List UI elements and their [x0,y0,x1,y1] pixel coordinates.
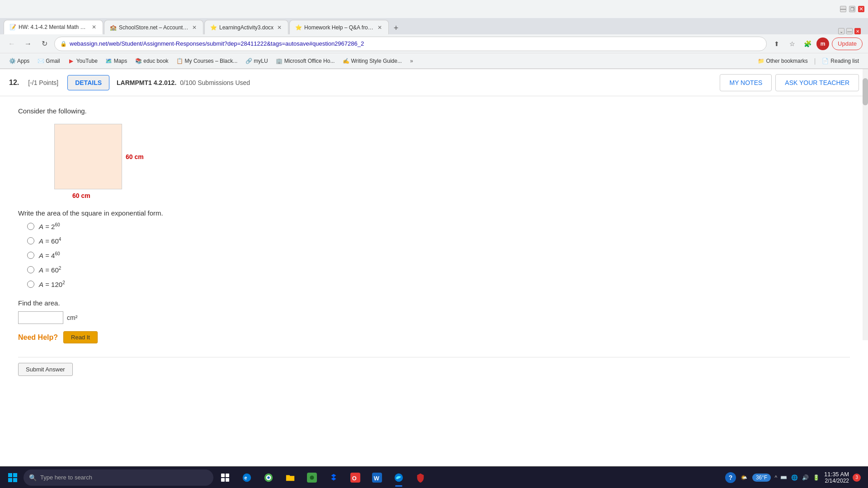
chrome-taskbar[interactable] [259,468,278,488]
taskbar-date-text: 2/14/2022 [824,478,849,484]
my-notes-button[interactable]: MY NOTES [720,74,772,91]
find-area-section: Find the area. cm² [18,299,850,324]
folder-icon: 📁 [758,58,764,64]
radio-input-3[interactable] [27,252,34,259]
notification-badge[interactable]: 3 [853,474,861,482]
update-button[interactable]: Update [832,38,863,50]
weather-icon[interactable]: 🌤️ [740,473,749,482]
office-taskbar[interactable]: O [345,468,365,488]
tab-3[interactable]: ⭐ LearningActivity3.docx ✕ [204,20,288,34]
help-taskbar-icon[interactable]: ? [725,472,736,483]
question-number: 12. [9,79,19,87]
profile-button[interactable]: m [816,38,829,50]
bookmark-microsoft-label: Microsoft Office Ho... [284,58,335,64]
search-icon: 🔍 [29,474,37,481]
bookmark-educbook-label: educ book [143,58,168,64]
radio-option-4[interactable]: A = 602 [27,266,850,274]
svg-point-14 [310,475,314,479]
bookmark-mylu-label: myLU [254,58,268,64]
bookmark-maps[interactable]: 🗺️ Maps [102,56,131,66]
radio-option-3[interactable]: A = 460 [27,251,850,259]
radio-input-5[interactable] [27,281,34,288]
minimize-button[interactable]: — [840,6,846,12]
area-input[interactable] [18,311,63,324]
minesweeper-taskbar[interactable] [302,468,322,488]
close-button[interactable]: ✕ [858,6,864,12]
details-tab[interactable]: DETAILS [67,75,109,90]
tab-close-4[interactable]: ✕ [377,23,383,32]
bookmark-microsoft[interactable]: 🏢 Microsoft Office Ho... [273,56,339,66]
radio-option-5[interactable]: A = 1202 [27,280,850,288]
submit-button[interactable]: Submit Answer [18,363,73,376]
tab-restore[interactable]: — [846,28,853,34]
tab-2[interactable]: 🏫 SchoolStore.net – Account Home ✕ [104,20,203,34]
new-tab-button[interactable]: + [390,22,402,34]
temperature-badge: 36°F [752,474,771,482]
read-it-button[interactable]: Read It [63,331,98,343]
start-button[interactable] [4,469,22,487]
tab-close-2[interactable]: ✕ [191,23,198,32]
tab-close-1[interactable]: ✕ [91,23,97,31]
back-button[interactable]: ← [5,38,18,50]
bookmarks-more-button[interactable]: » [406,56,417,66]
window-controls: — ❐ ✕ [840,6,864,12]
network-icon[interactable]: 🌐 [790,473,799,482]
ask-teacher-button[interactable]: ASK YOUR TEACHER [775,74,859,91]
radio-option-1[interactable]: A = 260 [27,222,850,230]
bookmark-mycourses-label: My Courses – Black... [185,58,238,64]
radio-input-2[interactable] [27,237,34,244]
word-taskbar[interactable]: W [367,468,387,488]
keyboard-icon[interactable]: ⌨️ [779,473,788,482]
radio-label-2: A = 604 [39,237,61,245]
radio-input-4[interactable] [27,266,34,273]
taskbar-right: ? 🌤️ 36°F ^ ⌨️ 🌐 🔊 🔋 11:35 AM 2/14/2022 … [725,471,864,484]
consider-text: Consider the following. [18,107,850,115]
forward-button[interactable]: → [22,38,34,50]
task-view-button[interactable] [215,468,235,488]
tab-close-window[interactable]: ✕ [854,28,861,34]
bookmark-apps[interactable]: ⚙️ Apps [5,56,33,66]
microsoft-icon: 🏢 [276,58,283,64]
radio-option-2[interactable]: A = 604 [27,237,850,245]
scrollbar-thumb[interactable] [863,78,868,105]
reload-button[interactable]: ↻ [38,38,51,50]
bookmark-educbook[interactable]: 📚 educ book [132,56,172,66]
svg-rect-3 [13,478,17,482]
taskbar: 🔍 Type here to search e [0,466,868,488]
tab-title-3: LearningActivity3.docx [219,24,274,31]
tab-minimize[interactable]: ⌄ [838,28,844,34]
scrollbar[interactable] [863,69,868,340]
tab-close-3[interactable]: ✕ [276,23,283,32]
taskbar-search-box[interactable]: 🔍 Type here to search [24,469,213,486]
bookmark-writing[interactable]: ✍️ Writing Style Guide... [339,56,406,66]
dropbox-taskbar[interactable] [324,468,344,488]
bookmark-mycourses[interactable]: 📋 My Courses – Black... [173,56,241,66]
chevron-up-icon[interactable]: ^ [774,474,777,481]
bookmark-button[interactable]: ☆ [786,38,798,50]
share-button[interactable]: ⬆ [770,38,783,50]
edge-taskbar[interactable]: e [237,468,257,488]
svg-rect-5 [226,474,229,477]
tab-4[interactable]: ⭐ Homework Help – Q&A from On... ✕ [289,20,389,34]
radio-input-1[interactable] [27,223,34,230]
security-taskbar[interactable] [410,468,430,488]
address-box[interactable]: 🔒 webassign.net/web/Student/Assignment-R… [54,37,767,51]
bookmark-maps-label: Maps [114,58,127,64]
reading-list[interactable]: 📄 Reading list [818,56,863,66]
extensions-button[interactable]: 🧩 [801,38,814,50]
reading-list-icon: 📄 [822,58,829,64]
bookmark-gmail[interactable]: ✉️ Gmail [34,56,63,66]
restore-button[interactable]: ❐ [849,6,855,12]
mycourses-icon: 📋 [177,58,183,64]
edge2-taskbar[interactable] [389,468,409,488]
bookmark-youtube[interactable]: ▶ YouTube [65,56,101,66]
explorer-taskbar[interactable] [280,468,300,488]
tab-1[interactable]: 📝 HW: 4.1-4.2 Mental Math and Ex... ✕ [4,20,103,34]
taskbar-datetime[interactable]: 11:35 AM 2/14/2022 [824,471,849,484]
bookmark-mylu[interactable]: 🔗 myLU [242,56,271,66]
apps-grid-icon: ⚙️ [9,58,15,64]
educbook-icon: 📚 [135,58,142,64]
volume-icon[interactable]: 🔊 [801,473,810,482]
other-bookmarks[interactable]: 📁 Other bookmarks [754,56,811,66]
battery-icon[interactable]: 🔋 [811,473,821,482]
